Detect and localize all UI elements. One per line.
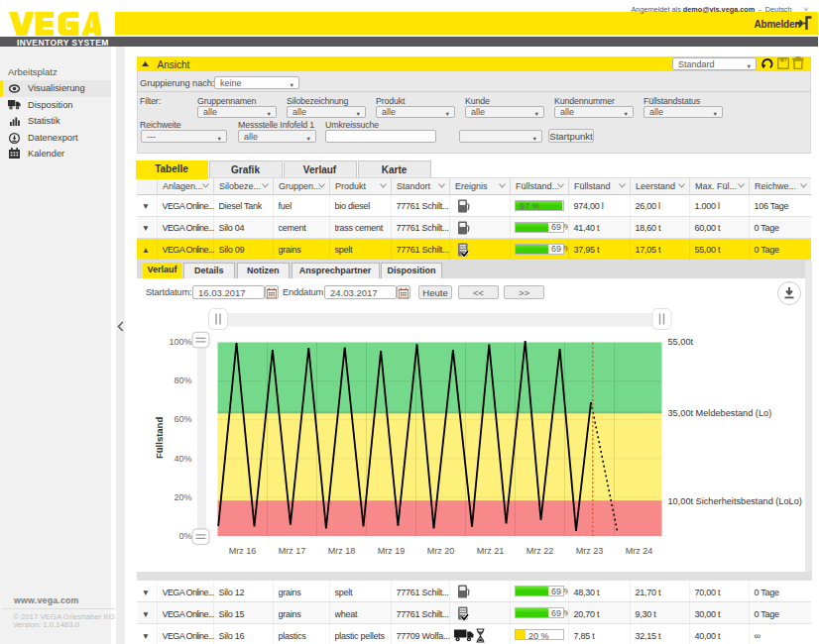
svg-text:60%: 60% (174, 414, 191, 424)
svg-text:40%: 40% (174, 454, 191, 464)
svg-text:100%: 100% (169, 337, 191, 347)
svg-text:Mrz 23: Mrz 23 (575, 546, 603, 556)
svg-text:55,00t: 55,00t (667, 337, 693, 347)
svg-text:Füllstand: Füllstand (153, 417, 164, 459)
svg-text:Mrz 19: Mrz 19 (377, 546, 405, 556)
svg-text:Mrz 18: Mrz 18 (327, 546, 355, 556)
svg-text:Mrz 21: Mrz 21 (476, 546, 504, 556)
svg-text:0%: 0% (178, 531, 191, 541)
svg-text:10,00t Sicherheitsbestand (LoL: 10,00t Sicherheitsbestand (LoLo) (667, 496, 801, 506)
svg-text:80%: 80% (174, 376, 191, 385)
svg-text:20%: 20% (174, 492, 191, 502)
svg-text:Mrz 17: Mrz 17 (278, 546, 305, 556)
svg-text:Mrz 24: Mrz 24 (625, 546, 652, 556)
svg-text:Mrz 22: Mrz 22 (526, 546, 553, 556)
svg-text:35,00t Meldebestand (Lo): 35,00t Meldebestand (Lo) (667, 408, 771, 418)
svg-text:Mrz 16: Mrz 16 (228, 546, 256, 556)
svg-text:Mrz 20: Mrz 20 (426, 546, 454, 556)
